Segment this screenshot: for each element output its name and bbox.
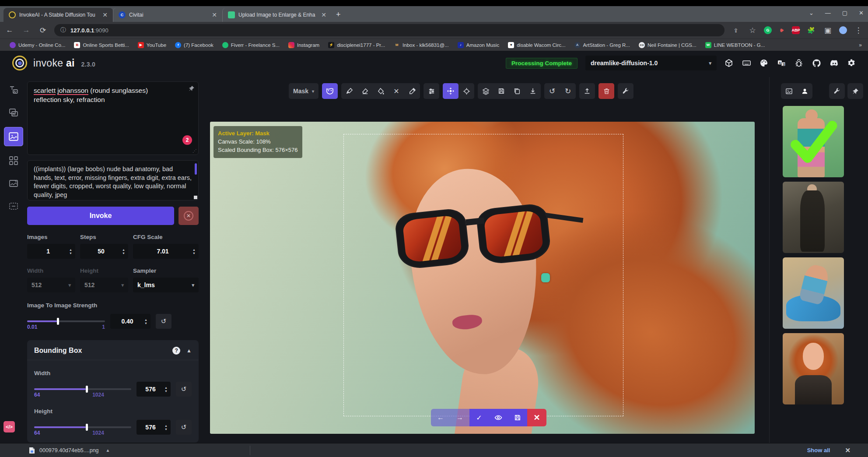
clear-canvas-button[interactable] (598, 83, 614, 99)
redo-button[interactable]: ↻ (560, 83, 576, 99)
theme-palette-icon[interactable] (760, 59, 769, 67)
stepper-icons[interactable]: ▲▼ (164, 424, 171, 431)
bookmark-neil-fontaine[interactable]: coNeil Fontaine | CGS... (635, 41, 700, 49)
tab-post-processing[interactable] (5, 175, 22, 192)
resize-handle[interactable] (194, 196, 197, 199)
copy-to-clipboard-button[interactable] (509, 83, 525, 99)
invoke-button[interactable]: Invoke (27, 207, 174, 225)
console-toggle-button[interactable]: </> (4, 421, 15, 432)
scrollbar-thumb[interactable] (195, 163, 197, 175)
address-bar[interactable]: ⓘ 127.0.0.1:9090 (54, 24, 724, 36)
bookmark-amazon-music[interactable]: ♪Amazon Music (454, 41, 503, 49)
move-tool-button[interactable] (443, 83, 458, 99)
gallery-thumbnail[interactable] (783, 182, 844, 253)
bbox-width-input[interactable]: 576▲▼ (136, 382, 171, 397)
show-hide-button[interactable] (489, 409, 508, 426)
brush-options-button[interactable] (424, 83, 439, 99)
bookmark-instagram[interactable]: Instagram (285, 41, 323, 49)
discord-icon[interactable] (830, 59, 839, 67)
images-input[interactable]: 1▲▼ (27, 244, 75, 259)
download-menu-chevron[interactable]: ▲ (106, 448, 110, 453)
restore-button[interactable]: ▢ (842, 10, 847, 16)
bug-report-icon[interactable] (794, 59, 804, 67)
pin-icon[interactable] (189, 85, 195, 91)
bookmark-udemy[interactable]: Udemy - Online Co... (6, 41, 69, 49)
bbox-height-input[interactable]: 576▲▼ (136, 420, 171, 435)
grammarly-extension-icon[interactable]: G (764, 26, 772, 34)
prompt-input[interactable]: scarlett johansson (round sunglasses) re… (27, 81, 199, 155)
stepper-icons[interactable]: ▲▼ (122, 248, 128, 255)
tab-upload-image[interactable]: Upload Image to Enlarge & Enha ✕ (222, 8, 332, 22)
clear-mask-button[interactable]: ✕ (388, 83, 404, 99)
new-tab-button[interactable]: + (336, 10, 341, 19)
forward-button[interactable]: → (21, 26, 32, 35)
download-item[interactable]: 000979.40d74eb5....png ▲ (29, 447, 110, 454)
gallery-thumbnail[interactable] (783, 257, 844, 329)
cfg-scale-input[interactable]: 7.01▲▼ (133, 244, 199, 259)
previous-image-button[interactable]: ← (431, 409, 450, 426)
stepper-icons[interactable]: ▲▼ (164, 386, 171, 393)
settings-gear-icon[interactable] (847, 59, 857, 67)
brush-button[interactable] (341, 83, 357, 99)
close-window-button[interactable]: ✕ (859, 10, 864, 16)
stepper-icons[interactable]: ▲▼ (69, 248, 75, 255)
bookmark-webtoon[interactable]: WLINE WEBTOON - G... (702, 41, 769, 49)
tab-text-to-image[interactable] (5, 81, 22, 98)
fill-button[interactable] (373, 83, 388, 99)
bookmark-inbox[interactable]: MInbox - klk56831@... (390, 41, 452, 49)
tab-invokeai[interactable]: InvokeAI - A Stable Diffusion Tou ✕ (4, 8, 113, 22)
accept-image-button[interactable]: ✓ (469, 409, 489, 426)
canvas-settings-wrench-button[interactable] (618, 83, 634, 99)
tab-close-icon[interactable]: ✕ (320, 11, 327, 18)
mask-tool-button[interactable] (322, 83, 338, 99)
bookmark-wacom[interactable]: ▾disable Wacom Circ... (504, 41, 569, 49)
color-picker-button[interactable] (404, 83, 420, 99)
bbox-width-reset-button[interactable]: ↺ (176, 382, 192, 397)
download-bar-close-icon[interactable]: ✕ (845, 446, 850, 454)
bbox-height-reset-button[interactable]: ↺ (176, 420, 192, 435)
slider-thumb[interactable] (86, 424, 88, 431)
bbox-width-slider[interactable]: 64 1024 (34, 388, 131, 390)
steps-input[interactable]: 50▲▼ (80, 244, 128, 259)
download-image-button[interactable] (525, 83, 541, 99)
strength-input[interactable]: 0.40▲▼ (110, 314, 150, 329)
gallery-pin-button[interactable] (847, 83, 863, 99)
language-icon[interactable]: A文 (777, 59, 787, 67)
bookmark-artstation[interactable]: AArtStation - Greg R... (571, 41, 634, 49)
tab-close-icon[interactable]: ✕ (211, 11, 218, 18)
next-image-button[interactable]: → (450, 409, 469, 426)
reset-view-button[interactable] (458, 83, 474, 99)
strength-slider[interactable]: 0.01 1 (27, 320, 105, 322)
bookmarks-overflow-icon[interactable]: » (859, 42, 862, 48)
tab-image-to-image[interactable] (5, 104, 22, 121)
tab-training[interactable] (5, 198, 22, 214)
github-icon[interactable] (812, 59, 822, 67)
tab-nodes[interactable] (5, 152, 22, 169)
resize-handle[interactable]: ⋰ (192, 148, 197, 154)
minimize-button[interactable]: — (825, 10, 831, 16)
adblock-extension-icon[interactable]: ABP (792, 26, 800, 34)
profile-avatar[interactable] (839, 26, 847, 34)
save-staging-button[interactable] (508, 409, 527, 426)
show-all-link[interactable]: Show all (807, 447, 830, 453)
layer-select[interactable]: Mask▾ (289, 83, 318, 99)
upload-image-button[interactable] (579, 83, 595, 99)
bookmark-fiverr[interactable]: Fiverr - Freelance S... (219, 41, 283, 49)
save-to-gallery-button[interactable] (494, 83, 509, 99)
reload-button[interactable]: ⟳ (38, 26, 48, 35)
sampler-select[interactable]: k_lms▾ (133, 278, 199, 292)
extensions-puzzle-icon[interactable]: 🧩 (806, 27, 816, 34)
undo-button[interactable]: ↺ (544, 83, 560, 99)
menu-kebab-icon[interactable]: ⋮ (853, 26, 864, 35)
model-manager-icon[interactable] (724, 59, 734, 67)
gallery-settings-button[interactable] (829, 83, 845, 99)
stepper-icons[interactable]: ▲▼ (144, 318, 150, 325)
slider-thumb[interactable] (86, 386, 88, 393)
reading-list-icon[interactable]: ▣ (822, 26, 833, 35)
tab-close-icon[interactable]: ✕ (102, 11, 108, 18)
gallery-thumbnail[interactable] (783, 333, 844, 404)
bookmark-facebook[interactable]: f(7) Facebook (172, 41, 217, 49)
tab-unified-canvas[interactable] (4, 127, 23, 146)
share-icon[interactable]: ⇪ (731, 27, 741, 34)
bookmark-disciplenei[interactable]: ⚡disciplenei1777 - Pr... (325, 41, 388, 49)
